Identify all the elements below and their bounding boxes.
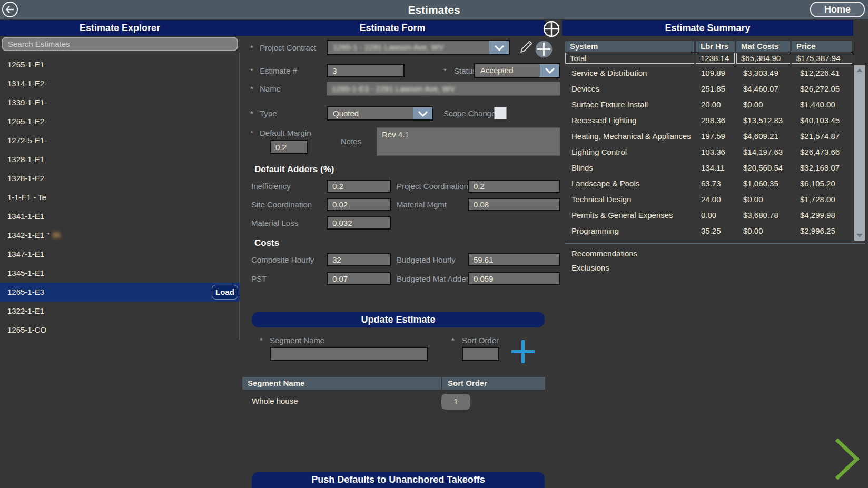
required-marker: * xyxy=(250,84,253,93)
scope-change-checkbox[interactable] xyxy=(494,107,507,119)
project-contract-dropdown[interactable]: 1265-1 - 2291 Lawson Ave, WV xyxy=(327,40,510,55)
name-value: 1265-1-E3 - 2291 Lawson Ave, WV xyxy=(332,84,455,93)
summary-material-costs: $0.00 xyxy=(743,97,763,113)
summary-system-name: Landscape & Pools xyxy=(571,176,639,192)
notes-field[interactable]: Rev 4.1 xyxy=(377,127,560,156)
segment-name-field[interactable] xyxy=(270,347,428,361)
summary-system-name: Permits & General Expenses xyxy=(571,207,673,223)
site-coordination-field[interactable] xyxy=(327,198,391,211)
labor-hours-column-header[interactable]: Lbr Hrs xyxy=(696,41,735,52)
pst-field[interactable] xyxy=(327,272,391,285)
summary-labor-hours: 109.89 xyxy=(701,65,725,81)
system-column-header[interactable]: System xyxy=(565,41,694,52)
explorer-item[interactable]: 1342-1-E1 " xyxy=(0,226,240,245)
explorer-item[interactable]: 1322-1-E1 xyxy=(0,302,240,321)
segment-name-column-header[interactable]: Segment Name xyxy=(242,377,441,390)
edit-pencil-icon[interactable] xyxy=(518,39,534,55)
summary-row[interactable]: Blinds 134.11 $20,560.54 $32,168.07 xyxy=(565,160,852,176)
summary-material-costs: $4,460.07 xyxy=(743,81,778,97)
summary-total-row: Total 1238.14 $65,384.90 $175,387.94 xyxy=(565,53,852,64)
composite-hourly-field[interactable] xyxy=(327,253,391,266)
summary-scrollbar[interactable] xyxy=(854,65,865,241)
explorer-item[interactable]: 1328-1-E1 xyxy=(0,150,240,169)
explorer-item-selected[interactable]: 1265-1-E3 xyxy=(0,283,240,302)
scroll-up-icon[interactable] xyxy=(856,68,863,72)
summary-material-costs: $3,303.49 xyxy=(743,65,778,81)
project-coordination-field[interactable] xyxy=(468,180,560,193)
search-input[interactable] xyxy=(2,37,238,51)
summary-price: $1,440.00 xyxy=(800,97,835,113)
add-segment-icon[interactable] xyxy=(509,337,537,366)
segment-table-header: Segment Name Sort Order xyxy=(242,377,545,390)
update-estimate-button[interactable]: Update Estimate xyxy=(252,312,545,327)
type-dropdown[interactable]: Quoted xyxy=(327,106,433,121)
add-estimate-icon[interactable] xyxy=(543,21,560,37)
chevron-down-icon[interactable] xyxy=(413,107,432,119)
summary-labor-hours: 35.25 xyxy=(701,223,721,239)
project-coordination-label: Project Coordination xyxy=(397,182,468,191)
explorer-item[interactable]: 1341-1-E1 xyxy=(0,207,240,226)
summary-row[interactable]: Devices 251.85 $4,460.07 $26,272.05 xyxy=(565,81,852,97)
summary-material-costs: $4,609.21 xyxy=(743,128,778,144)
price-column-header[interactable]: Price xyxy=(792,41,852,52)
summary-row[interactable]: Service & Distribution 109.89 $3,303.49 … xyxy=(565,65,852,81)
next-page-chevron-icon[interactable] xyxy=(832,434,864,484)
status-label: Status xyxy=(454,66,477,75)
chevron-down-icon[interactable] xyxy=(489,41,509,54)
segment-row-name[interactable]: Whole house xyxy=(252,395,298,407)
name-label: Name xyxy=(260,84,281,93)
chevron-down-icon[interactable] xyxy=(540,64,559,77)
summary-row[interactable]: Permits & General Expenses 0.00 $3,680.7… xyxy=(565,207,852,223)
estimate-number-field[interactable] xyxy=(327,64,405,77)
explorer-item-label: 1265-1-E3 xyxy=(7,287,44,296)
summary-row[interactable]: Heating, Mechanical & Appliances 197.59 … xyxy=(565,128,852,144)
explorer-item[interactable]: 1339-1-E1- xyxy=(0,93,240,112)
explorer-item[interactable]: 1265-1-E2- xyxy=(0,112,240,131)
back-button[interactable] xyxy=(2,2,18,17)
explorer-item[interactable]: 1-1-E1 - Te xyxy=(0,188,240,207)
composite-hourly-label: Composite Hourly xyxy=(251,255,314,264)
sort-order-field[interactable] xyxy=(462,347,499,361)
budgeted-mat-adder-field[interactable] xyxy=(468,272,560,285)
material-mgmt-field[interactable] xyxy=(468,198,560,211)
inefficiency-field[interactable] xyxy=(327,180,391,193)
name-field[interactable]: 1265-1-E3 - 2291 Lawson Ave, WV xyxy=(327,82,560,96)
explorer-item[interactable]: 1272-5-E1- xyxy=(0,131,240,150)
summary-row[interactable]: Lighting Control 103.36 $14,197.63 $26,4… xyxy=(565,144,852,160)
push-defaults-button[interactable]: Push Defaults to Unanchored Takeoffs xyxy=(252,472,545,488)
scroll-down-icon[interactable] xyxy=(856,234,863,237)
default-margin-field[interactable] xyxy=(270,140,308,154)
load-button[interactable]: Load xyxy=(212,285,238,300)
material-mgmt-label: Material Mgmt xyxy=(397,200,447,209)
budgeted-hourly-field[interactable] xyxy=(468,253,560,266)
explorer-item[interactable]: 1265-1-E1 xyxy=(0,55,240,74)
costs-heading: Costs xyxy=(254,238,279,248)
summary-table-body: Service & Distribution 109.89 $3,303.49 … xyxy=(565,65,852,239)
recommendations-row[interactable]: Recommendations xyxy=(571,249,637,258)
summary-labor-hours: 20.00 xyxy=(701,97,721,113)
material-costs-column-header[interactable]: Mat Costs xyxy=(736,41,790,52)
add-contract-icon[interactable] xyxy=(535,41,553,58)
home-button[interactable]: Home xyxy=(810,2,865,17)
explorer-item[interactable]: 1345-1-E1 xyxy=(0,264,240,283)
material-loss-field[interactable] xyxy=(327,216,391,230)
explorer-item[interactable]: 1328-1-E2 xyxy=(0,169,240,188)
summary-row[interactable]: Technical Design 24.00 $0.00 $1,728.00 xyxy=(565,192,852,207)
exclusions-row[interactable]: Exclusions xyxy=(571,263,609,273)
summary-price: $26,473.66 xyxy=(800,144,840,160)
summary-labor-hours: 298.36 xyxy=(701,113,725,128)
summary-system-name: Surface Fixture Install xyxy=(571,97,648,113)
form-header: Estimate Form xyxy=(240,20,545,36)
segment-row-sort-field[interactable]: 1 xyxy=(441,394,470,410)
status-dropdown[interactable]: Accepted xyxy=(474,63,560,78)
sort-order-column-header[interactable]: Sort Order xyxy=(442,377,545,390)
summary-labor-hours: 63.73 xyxy=(701,176,721,192)
explorer-item[interactable]: 1314-1-E2- xyxy=(0,74,240,93)
summary-row[interactable]: Recessed Lighting 298.36 $13,512.83 $40,… xyxy=(565,113,852,128)
summary-row[interactable]: Landscape & Pools 63.73 $1,060.35 $6,105… xyxy=(565,176,852,192)
summary-row[interactable]: Programming 35.25 $0.00 $2,996.25 xyxy=(565,223,852,239)
explorer-item[interactable]: 1347-1-E1 xyxy=(0,245,240,264)
segment-name-label: Segment Name xyxy=(270,336,324,345)
summary-row[interactable]: Surface Fixture Install 20.00 $0.00 $1,4… xyxy=(565,97,852,113)
explorer-item[interactable]: 1265-1-CO xyxy=(0,321,240,340)
